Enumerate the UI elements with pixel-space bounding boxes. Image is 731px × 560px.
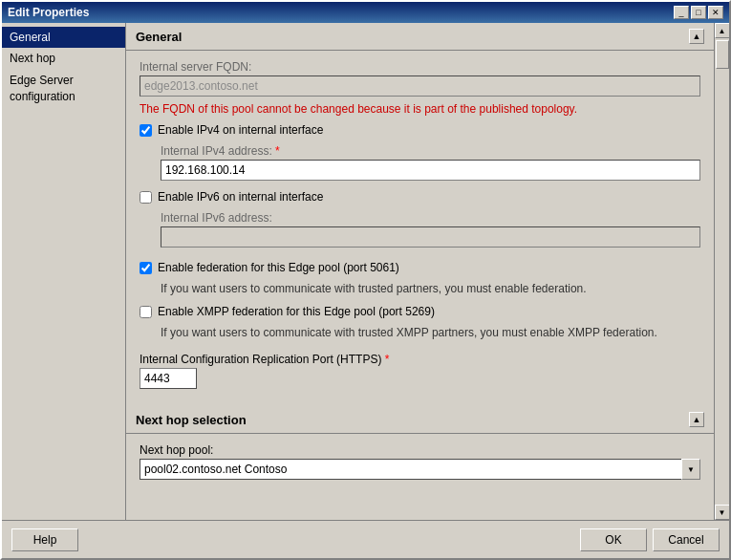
xmpp-federation-checkbox[interactable] (140, 306, 152, 318)
ipv6-address-input (161, 226, 700, 248)
xmpp-federation-description: If you want users to communicate with tr… (161, 326, 700, 339)
replication-port-input[interactable] (140, 368, 197, 389)
footer: Help OK Cancel (2, 520, 729, 558)
window-title: Edit Properties (8, 6, 89, 19)
general-section-toggle[interactable]: ▲ (689, 29, 704, 44)
sidebar-item-general[interactable]: General (2, 27, 125, 48)
general-section-header: General ▲ (126, 23, 714, 51)
ipv4-checkbox[interactable] (140, 124, 152, 137)
maximize-button[interactable]: □ (691, 6, 706, 19)
next-hop-section-header: Next hop selection ▲ (126, 406, 714, 434)
federation-checkbox-row: Enable federation for this Edge pool (po… (140, 261, 700, 274)
ipv4-address-label: Internal IPv4 address: (161, 144, 700, 158)
footer-right: OK Cancel (580, 528, 720, 551)
ok-button[interactable]: OK (580, 528, 647, 551)
next-hop-pool-select[interactable]: pool02.contoso.net Contoso (140, 459, 700, 480)
federation-checkbox-label: Enable federation for this Edge pool (po… (158, 261, 399, 274)
fqdn-label: Internal server FQDN: (140, 60, 700, 74)
close-button[interactable]: ✕ (708, 6, 723, 19)
ipv6-checkbox-label: Enable IPv6 on internal interface (158, 190, 323, 204)
next-hop-form: Next hop pool: pool02.contoso.net Contos… (126, 434, 714, 489)
title-bar: Edit Properties _ □ ✕ (2, 2, 729, 23)
sidebar: General Next hop Edge Serverconfiguratio… (2, 23, 126, 520)
sidebar-item-next-hop[interactable]: Next hop (2, 48, 125, 69)
next-hop-section-toggle[interactable]: ▲ (689, 412, 704, 427)
main-panel: General ▲ Internal server FQDN: The FQDN… (126, 23, 729, 520)
scroll-down-button[interactable]: ▼ (715, 505, 730, 520)
ipv4-address-input[interactable] (161, 160, 700, 181)
minimize-button[interactable]: _ (674, 6, 689, 19)
next-hop-pool-label: Next hop pool: (140, 443, 700, 457)
ipv4-checkbox-row: Enable IPv4 on internal interface (140, 123, 700, 137)
footer-left: Help (11, 528, 580, 551)
federation-checkbox[interactable] (140, 262, 152, 274)
fqdn-error-message: The FQDN of this pool cannot be changed … (140, 102, 700, 116)
sidebar-item-edge-server[interactable]: Edge Serverconfiguration (2, 69, 125, 109)
scroll-up-button[interactable]: ▲ (715, 23, 730, 38)
xmpp-checkbox-row: Enable XMPP federation for this Edge poo… (140, 305, 700, 318)
general-form: Internal server FQDN: The FQDN of this p… (126, 51, 714, 398)
scrollbar-thumb[interactable] (716, 40, 729, 69)
ipv4-address-field: Internal IPv4 address: (161, 144, 700, 181)
ipv6-address-label: Internal IPv6 address: (161, 211, 700, 225)
ipv4-checkbox-label: Enable IPv4 on internal interface (158, 123, 323, 137)
replication-port-group: Internal Configuration Replication Port … (140, 353, 700, 389)
help-button[interactable]: Help (11, 528, 78, 551)
window-controls: _ □ ✕ (674, 6, 723, 19)
general-section-title: General (136, 30, 182, 44)
federation-description: If you want users to communicate with tr… (161, 282, 700, 295)
ipv6-checkbox-row: Enable IPv6 on internal interface (140, 190, 700, 204)
ipv6-checkbox[interactable] (140, 191, 152, 204)
dropdown-arrow-icon[interactable]: ▼ (681, 459, 700, 480)
fqdn-field-group: Internal server FQDN: (140, 60, 700, 97)
content-area: General Next hop Edge Serverconfiguratio… (2, 23, 729, 520)
next-hop-pool-dropdown-container: pool02.contoso.net Contoso ▼ (140, 459, 700, 480)
replication-port-label: Internal Configuration Replication Port … (140, 353, 700, 366)
next-hop-section-title: Next hop selection (136, 413, 247, 427)
main-content: General ▲ Internal server FQDN: The FQDN… (126, 23, 714, 520)
scrollbar: ▲ ▼ (714, 23, 729, 520)
fqdn-input (140, 75, 700, 97)
edit-properties-window: Edit Properties _ □ ✕ General Next hop E… (0, 0, 731, 560)
ipv6-address-field: Internal IPv6 address: (161, 211, 700, 248)
cancel-button[interactable]: Cancel (653, 528, 720, 551)
xmpp-federation-checkbox-label: Enable XMPP federation for this Edge poo… (158, 305, 435, 318)
